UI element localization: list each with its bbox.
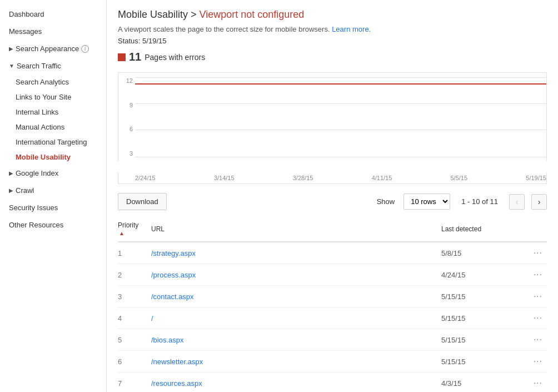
cell-actions[interactable]: ··· <box>525 286 547 307</box>
more-actions-icon[interactable]: ··· <box>534 378 542 388</box>
cell-actions[interactable]: ··· <box>525 329 547 351</box>
more-actions-icon[interactable]: ··· <box>534 248 542 257</box>
table-row: 1 /strategy.aspx 5/8/15 ··· <box>118 242 547 264</box>
main-content: Mobile Usability > Viewport not configur… <box>107 0 558 392</box>
sidebar-sub-item-label: Search Analytics <box>16 78 69 86</box>
row-number: 1 <box>118 249 122 257</box>
row-number: 2 <box>118 271 122 279</box>
cell-url[interactable]: /resources.aspx <box>151 373 441 393</box>
show-label: Show <box>377 197 395 206</box>
sidebar-item-security-issues[interactable]: Security Issues <box>0 199 106 216</box>
sidebar-item-label: Dashboard <box>9 10 44 18</box>
cell-actions[interactable]: ··· <box>525 307 547 329</box>
sidebar-item-internal-links[interactable]: Internal Links <box>0 105 106 120</box>
cell-url[interactable]: /strategy.aspx <box>151 242 441 264</box>
sidebar-sub-item-label: Internal Links <box>16 108 58 116</box>
cell-url[interactable]: /contact.aspx <box>151 286 441 307</box>
next-page-button[interactable]: › <box>531 194 547 210</box>
sidebar-item-label: Search Appearance <box>16 44 79 53</box>
y-label-9: 9 <box>118 102 135 108</box>
arrow-icon: ▶ <box>9 187 13 193</box>
cell-priority: 7 <box>118 373 151 393</box>
pagination-info: 1 - 10 of 11 <box>461 197 498 206</box>
x-label-1: 3/14/15 <box>214 175 235 181</box>
page-description: A viewport scales the page to the correc… <box>118 25 547 33</box>
page-subtitle: Viewport not configured <box>200 9 305 20</box>
cell-priority: 6 <box>118 351 151 373</box>
sidebar-sub-item-label: Manual Actions <box>16 123 64 131</box>
table-header-row: Priority ▲ URL Last detected <box>118 217 547 242</box>
more-actions-icon[interactable]: ··· <box>534 291 542 301</box>
prev-page-button[interactable]: ‹ <box>509 194 525 210</box>
row-number: 7 <box>118 379 122 388</box>
col-label-last-detected: Last detected <box>441 225 481 233</box>
chart-svg <box>135 77 546 157</box>
chart-x-axis: 2/24/15 3/14/15 3/28/15 4/11/15 5/5/15 5… <box>118 172 547 184</box>
sidebar-item-international-targeting[interactable]: International Targeting <box>0 135 106 150</box>
cell-last-detected: 5/15/15 <box>441 286 525 307</box>
sidebar-item-search-analytics[interactable]: Search Analytics <box>0 75 106 90</box>
sidebar-item-label: Crawl <box>16 186 34 195</box>
table-row: 3 /contact.aspx 5/15/15 ··· <box>118 286 547 307</box>
more-actions-icon[interactable]: ··· <box>534 335 542 344</box>
download-button[interactable]: Download <box>118 193 167 210</box>
error-label: Pages with errors <box>145 53 205 62</box>
col-label-url: URL <box>151 225 165 233</box>
cell-url[interactable]: /bios.aspx <box>151 329 441 351</box>
col-header-actions <box>525 217 547 242</box>
x-label-4: 5/5/15 <box>451 175 468 181</box>
cell-actions[interactable]: ··· <box>525 264 547 286</box>
sidebar-item-messages[interactable]: Messages <box>0 23 106 40</box>
table-row: 2 /process.aspx 4/24/15 ··· <box>118 264 547 286</box>
row-number: 5 <box>118 336 122 344</box>
error-number: 11 <box>129 51 141 63</box>
sidebar-item-other-resources[interactable]: Other Resources <box>0 216 106 234</box>
y-label-3: 3 <box>118 150 135 157</box>
table-row: 7 /resources.aspx 4/3/15 ··· <box>118 373 547 393</box>
gridline-bottom <box>135 157 546 157</box>
table-row: 5 /bios.aspx 5/15/15 ··· <box>118 329 547 351</box>
rows-per-page-select[interactable]: 10 rows 25 rows 50 rows <box>403 193 450 210</box>
cell-last-detected: 5/15/15 <box>441 307 525 329</box>
sidebar-item-manual-actions[interactable]: Manual Actions <box>0 120 106 135</box>
cell-actions[interactable]: ··· <box>525 242 547 264</box>
sidebar-item-links-to-site[interactable]: Links to Your Site <box>0 90 106 105</box>
chart-y-axis: 12 9 6 3 <box>118 73 135 161</box>
cell-priority: 5 <box>118 329 151 351</box>
arrow-icon: ▶ <box>9 170 13 176</box>
cell-url[interactable]: /newsletter.aspx <box>151 351 441 373</box>
more-actions-icon[interactable]: ··· <box>534 270 542 279</box>
title-separator: > <box>191 9 200 20</box>
col-header-last-detected: Last detected <box>441 217 525 242</box>
sidebar-item-search-appearance[interactable]: ▶ Search Appearance i <box>0 40 106 57</box>
more-actions-icon[interactable]: ··· <box>534 356 542 366</box>
cell-last-detected: 5/15/15 <box>441 351 525 373</box>
sidebar-item-dashboard[interactable]: Dashboard <box>0 6 106 23</box>
data-table: Priority ▲ URL Last detected 1 /strategy… <box>118 217 547 392</box>
info-icon[interactable]: i <box>81 45 89 53</box>
row-number: 4 <box>118 314 122 322</box>
sidebar-item-crawl[interactable]: ▶ Crawl <box>0 182 106 199</box>
breadcrumb: Mobile Usability <box>118 9 188 20</box>
chart-area <box>135 77 546 157</box>
more-actions-icon[interactable]: ··· <box>534 313 542 322</box>
status-line: Status: 5/19/15 <box>118 37 547 45</box>
cell-last-detected: 4/3/15 <box>441 373 525 393</box>
sidebar-item-mobile-usability[interactable]: Mobile Usability <box>0 150 106 165</box>
learn-more-link[interactable]: Learn more. <box>332 25 371 33</box>
col-header-priority[interactable]: Priority ▲ <box>118 217 151 242</box>
cell-actions[interactable]: ··· <box>525 373 547 393</box>
cell-actions[interactable]: ··· <box>525 351 547 373</box>
error-count: 11 Pages with errors <box>118 51 547 63</box>
x-label-2: 3/28/15 <box>293 175 313 181</box>
y-label-12: 12 <box>118 77 135 84</box>
sort-arrow-icon: ▲ <box>119 230 124 236</box>
sidebar-sub-item-label: Links to Your Site <box>16 93 71 101</box>
sidebar-item-label: Messages <box>9 27 42 36</box>
sidebar-item-search-traffic[interactable]: ▼ Search Traffic <box>0 57 106 75</box>
table-toolbar: Download Show 10 rows 25 rows 50 rows 1 … <box>118 193 547 210</box>
cell-url[interactable]: / <box>151 307 441 329</box>
sidebar-item-google-index[interactable]: ▶ Google Index <box>0 165 106 182</box>
sidebar-item-label: Other Resources <box>9 221 63 229</box>
cell-url[interactable]: /process.aspx <box>151 264 441 286</box>
